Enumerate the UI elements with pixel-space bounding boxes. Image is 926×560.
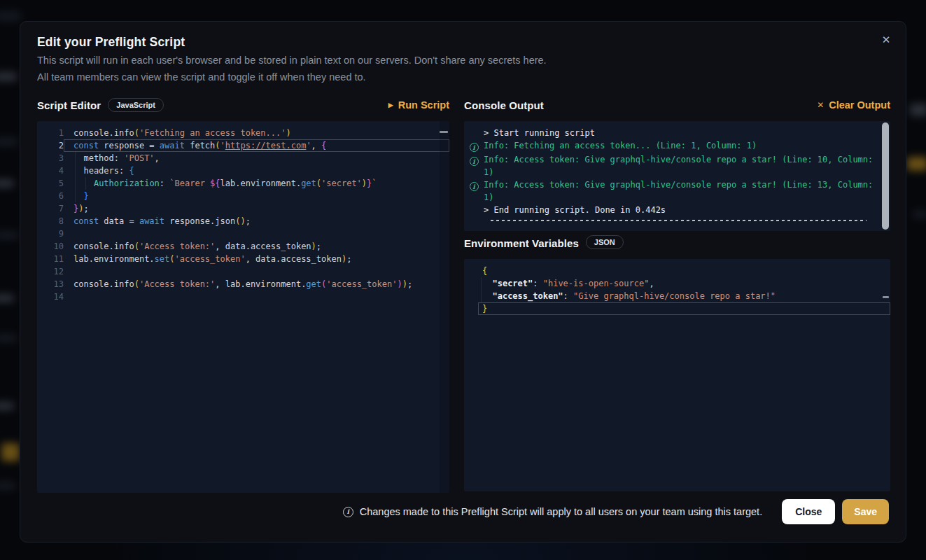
close-button[interactable]: Close (782, 499, 835, 524)
backdrop-blob (0, 179, 14, 188)
backdrop-blob (0, 482, 15, 490)
code-text (64, 227, 449, 240)
code-text: console.info('Fetching an access token..… (64, 127, 449, 139)
code-text: console.info('Access token:', data.acces… (64, 240, 449, 253)
code-line[interactable]: 1console.info('Fetching an access token.… (37, 127, 449, 139)
code-line[interactable]: } (464, 302, 890, 315)
console-entry-text: Info: Fetching an access token... (Line:… (484, 139, 879, 153)
info-icon: i (468, 139, 479, 153)
code-text: method: 'POST', (64, 152, 449, 164)
code-line[interactable]: 7}); (37, 202, 449, 215)
run-script-label: Run Script (398, 99, 449, 111)
code-line[interactable]: 6 } (37, 190, 449, 202)
line-number: 7 (37, 202, 64, 215)
preflight-script-modal: ✕ Edit your Preflight Script This script… (20, 21, 906, 542)
save-button[interactable]: Save (842, 499, 889, 524)
code-line[interactable]: "secret": "hive-is-open-source", (464, 277, 890, 290)
code-line[interactable]: 4 headers: { (37, 164, 449, 177)
code-line[interactable]: 11lab.environment.set('access_token', da… (37, 253, 449, 265)
info-icon: i (468, 153, 479, 178)
code-text (64, 265, 449, 278)
code-text: Authorization: `Bearer ${lab.environment… (64, 177, 449, 190)
code-line[interactable]: 5 Authorization: `Bearer ${lab.environme… (37, 177, 449, 190)
code-line[interactable]: 9 (37, 227, 449, 240)
line-number: 2 (37, 139, 64, 152)
code-text: }); (64, 202, 449, 215)
code-text: { (478, 265, 890, 277)
backdrop-blob (0, 294, 14, 302)
console-entry-text: Info: Access token: Give graphql-hive/co… (484, 178, 879, 204)
play-icon: ▶ (388, 102, 393, 108)
indent-guide (481, 277, 482, 302)
console-output[interactable]: > Start running scriptiInfo: Fetching an… (464, 121, 890, 231)
console-entry: iInfo: Access token: Give graphql-hive/c… (468, 178, 879, 204)
log-gutter (468, 204, 479, 216)
console-separator (491, 220, 867, 221)
console-entry-text: Info: Access token: Give graphql-hive/co… (484, 153, 879, 178)
overview-ruler (440, 121, 449, 493)
backdrop-blob (0, 334, 17, 342)
modal-description-line2: All team members can view the script and… (37, 71, 366, 83)
modal-title: Edit your Preflight Script (37, 35, 185, 50)
clear-icon: ✕ (817, 101, 824, 109)
indent-guide (85, 177, 86, 190)
footer-note: Changes made to this Preflight Script wi… (360, 506, 762, 517)
code-text: console.info('Access token:', lab.enviro… (64, 278, 449, 290)
code-line[interactable]: 3 method: 'POST', (37, 152, 449, 164)
info-icon: i (343, 507, 353, 517)
code-text (64, 290, 449, 303)
page-backdrop: ✕ Edit your Preflight Script This script… (0, 0, 926, 560)
indent-guide (75, 152, 76, 202)
cursor-ruler-mark (883, 296, 889, 298)
environment-variables-heading: Environment Variables (464, 237, 579, 249)
backdrop-blob (0, 402, 14, 410)
code-line[interactable]: { (464, 265, 890, 277)
script-editor[interactable]: 1console.info('Fetching an access token.… (37, 121, 449, 493)
console-entry: iInfo: Access token: Give graphql-hive/c… (468, 153, 879, 178)
code-line[interactable]: "access_token": "Give graphql-hive/conso… (464, 290, 890, 302)
line-number: 1 (37, 127, 64, 139)
script-editor-heading: Script Editor (37, 99, 101, 111)
backdrop-blob (1, 443, 20, 461)
close-icon[interactable]: ✕ (876, 30, 896, 50)
language-badge-json: JSON (586, 235, 624, 249)
language-badge-javascript: JavaScript (108, 98, 164, 112)
console-output-heading: Console Output (464, 99, 544, 111)
backdrop-blob (907, 157, 926, 171)
line-number: 9 (37, 227, 64, 240)
code-text: lab.environment.set('access_token', data… (64, 253, 449, 265)
backdrop-blob (913, 210, 926, 218)
code-line[interactable]: 13console.info('Access token:', lab.envi… (37, 278, 449, 290)
code-line[interactable]: 8const data = await response.json(); (37, 215, 449, 227)
code-line[interactable]: 2const response = await fetch('https://t… (37, 139, 449, 152)
environment-variables-editor[interactable]: { "secret": "hive-is-open-source", "acce… (464, 259, 890, 491)
console-scrollbar[interactable] (882, 122, 889, 230)
backdrop-blob (0, 72, 17, 81)
line-number: 3 (37, 152, 64, 164)
line-number: 10 (37, 240, 64, 253)
code-text: } (478, 302, 890, 315)
line-number: 5 (37, 177, 64, 190)
code-text: "access_token": "Give graphql-hive/conso… (478, 290, 890, 302)
backdrop-blob (0, 137, 18, 146)
info-icon: i (468, 178, 479, 204)
code-text: "secret": "hive-is-open-source", (478, 277, 890, 290)
line-number: 11 (37, 253, 64, 265)
backdrop-blob (0, 11, 21, 21)
clear-output-button[interactable]: ✕ Clear Output (817, 99, 890, 111)
code-line[interactable]: 10console.info('Access token:', data.acc… (37, 240, 449, 253)
backdrop-blob (910, 104, 926, 116)
code-text: const data = await response.json(); (64, 215, 449, 227)
line-number: 8 (37, 215, 64, 227)
code-line[interactable]: 12 (37, 265, 449, 278)
code-line[interactable]: 14 (37, 290, 449, 303)
backdrop-blob (0, 231, 18, 239)
code-text: } (64, 190, 449, 202)
run-script-button[interactable]: ▶ Run Script (388, 99, 449, 111)
line-number: 6 (37, 190, 64, 202)
log-gutter (468, 127, 479, 139)
console-entry: iInfo: Fetching an access token... (Line… (468, 139, 879, 153)
line-number: 4 (37, 164, 64, 177)
console-entry-text: > Start running script (484, 127, 879, 139)
line-number: 14 (37, 290, 64, 303)
